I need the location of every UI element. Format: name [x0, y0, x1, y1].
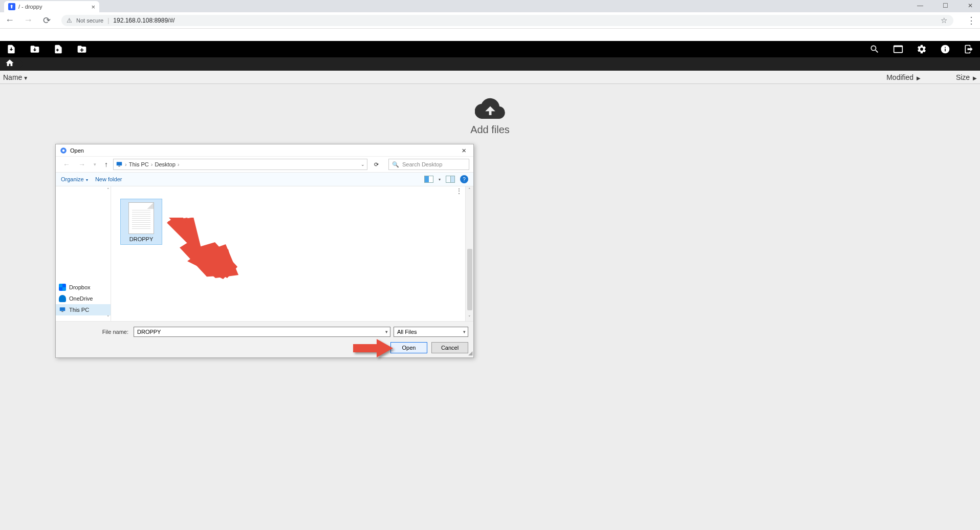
dropdown-icon[interactable]: ▾ — [463, 329, 466, 334]
chevron-right-icon: › — [125, 161, 127, 167]
droppy-toolbar — [0, 41, 980, 57]
sidebar-item-onedrive[interactable]: OneDrive — [56, 293, 111, 304]
view-mode-button[interactable] — [424, 176, 433, 183]
file-tile-droppy[interactable]: DROPPY — [120, 199, 162, 245]
cloud-upload-icon — [470, 96, 510, 121]
scroll-thumb[interactable] — [467, 249, 472, 310]
upload-file-icon[interactable] — [6, 44, 16, 54]
security-warning-icon: ⚠ — [67, 17, 72, 24]
security-label: Not secure — [76, 17, 103, 24]
svg-rect-2 — [117, 162, 122, 165]
close-window-button[interactable]: ✕ — [963, 0, 978, 11]
new-folder-button[interactable]: New folder — [95, 176, 122, 182]
sidebar-item-label: This PC — [69, 307, 89, 313]
refresh-button[interactable]: ⟳ — [369, 160, 383, 169]
column-size[interactable]: Size ▶ — [921, 73, 977, 81]
dialog-close-button[interactable]: × — [459, 146, 469, 155]
add-files-label: Add files — [470, 124, 510, 136]
nav-back-button[interactable]: ← — [60, 159, 73, 169]
browser-blank-space — [0, 29, 980, 41]
new-file-icon[interactable] — [53, 44, 63, 54]
dialog-title: Open — [70, 147, 84, 154]
resize-grip-icon[interactable]: ◢ — [468, 350, 472, 356]
new-folder-icon[interactable] — [77, 44, 87, 54]
dropbox-icon — [59, 284, 66, 291]
reload-button[interactable]: ⟳ — [41, 15, 52, 26]
url-box[interactable]: ⚠ Not secure | 192.168.0.108:8989/#/ ☆ — [61, 15, 953, 26]
back-button[interactable]: ← — [4, 15, 15, 26]
window-controls: — ☐ ✕ — [912, 0, 978, 11]
dropdown-icon[interactable]: ▾ — [385, 329, 388, 334]
svg-point-1 — [62, 149, 65, 152]
dialog-sidebar: ˄ Dropbox OneDrive This PC ˅ — [56, 186, 111, 321]
new-view-icon[interactable] — [893, 44, 903, 54]
browser-tab-bar: ⬆ / - droppy × — ☐ ✕ — [0, 0, 980, 12]
close-tab-icon[interactable]: × — [91, 3, 95, 11]
sidebar-item-thispc[interactable]: This PC — [56, 304, 111, 315]
nav-up-button[interactable]: ↑ — [101, 159, 111, 169]
browser-tab[interactable]: ⬆ / - droppy × — [4, 1, 99, 12]
filename-label: File name: — [61, 329, 130, 335]
about-icon[interactable] — [940, 44, 950, 54]
search-placeholder: Search Desktop — [402, 161, 442, 167]
sidebar-item-dropbox[interactable]: Dropbox — [56, 282, 111, 293]
tab-title: / - droppy — [18, 4, 42, 10]
content-scrollbar[interactable]: ˄ ˅ — [465, 186, 473, 321]
settings-icon[interactable] — [917, 44, 927, 54]
svg-rect-4 — [60, 307, 66, 311]
favicon-icon: ⬆ — [8, 3, 15, 10]
help-button[interactable]: ? — [460, 175, 468, 183]
search-box[interactable]: 🔍 Search Desktop — [388, 159, 469, 170]
organize-button[interactable]: Organize ▾ — [61, 176, 88, 182]
dialog-body: ˄ Dropbox OneDrive This PC ˅ DROPPY ˄ — [56, 186, 473, 321]
minimize-button[interactable]: — — [912, 0, 928, 11]
chrome-app-icon — [60, 147, 67, 154]
path-dropdown-icon[interactable]: ⌄ — [361, 162, 365, 167]
column-name[interactable]: Name▼ — [3, 73, 844, 81]
breadcrumb-chevron — [17, 57, 24, 71]
cancel-button[interactable]: Cancel — [431, 342, 468, 353]
scroll-down-icon[interactable]: ˅ — [466, 315, 473, 320]
dialog-content[interactable]: DROPPY ˄ ˅ ⋮ — [111, 186, 473, 321]
search-icon: 🔍 — [392, 161, 399, 168]
path-box[interactable]: › This PC › Desktop › ⌄ — [113, 159, 367, 170]
preview-pane-button[interactable] — [446, 176, 455, 183]
sidebar-item-label: OneDrive — [69, 295, 93, 302]
path-thispc[interactable]: This PC — [129, 161, 149, 167]
chevron-right-icon: › — [178, 161, 180, 167]
thispc-icon — [59, 306, 66, 313]
column-modified[interactable]: Modified ▶ — [844, 73, 921, 81]
file-open-dialog: Open × ← → ▾ ↑ › This PC › Desktop › ⌄ ⟳… — [55, 144, 474, 358]
path-desktop[interactable]: Desktop — [155, 161, 175, 167]
dialog-nav-row: ← → ▾ ↑ › This PC › Desktop › ⌄ ⟳ 🔍 Sear… — [56, 157, 473, 172]
file-icon — [128, 202, 154, 234]
breadcrumb-bar — [0, 57, 980, 71]
forward-button[interactable]: → — [23, 15, 34, 26]
columns-header: Name▼ Modified ▶ Size ▶ — [0, 71, 980, 84]
browser-menu-button[interactable]: ⋮ — [967, 15, 976, 26]
onedrive-icon — [59, 295, 66, 302]
open-button[interactable]: Open — [390, 342, 427, 353]
nav-recent-button[interactable]: ▾ — [91, 161, 99, 168]
filename-input[interactable]: DROPPY ▾ — [134, 327, 390, 337]
upload-folder-icon[interactable] — [30, 44, 40, 54]
add-files-dropzone[interactable]: Add files — [470, 96, 510, 136]
filetype-value: All Files — [397, 329, 417, 335]
scroll-up-icon[interactable]: ˄ — [107, 187, 110, 193]
maximize-button[interactable]: ☐ — [938, 0, 953, 11]
more-options-icon[interactable]: ⋮ — [456, 187, 462, 195]
svg-rect-3 — [118, 166, 120, 166]
logout-icon[interactable] — [964, 44, 974, 54]
filetype-select[interactable]: All Files ▾ — [394, 327, 468, 337]
nav-forward-button[interactable]: → — [75, 159, 89, 169]
scroll-down-icon[interactable]: ˅ — [107, 315, 110, 320]
dialog-toolbar: Organize ▾ New folder ▾ ? — [56, 172, 473, 186]
home-icon[interactable] — [5, 58, 14, 70]
search-icon[interactable] — [869, 44, 880, 54]
dialog-titlebar: Open × — [56, 144, 473, 157]
view-dropdown-icon[interactable]: ▾ — [439, 177, 441, 182]
scroll-up-icon[interactable]: ˄ — [466, 187, 473, 193]
thispc-path-icon — [116, 161, 123, 168]
bookmark-star-icon[interactable]: ☆ — [941, 16, 947, 25]
url-text: 192.168.0.108:8989/#/ — [113, 17, 175, 24]
